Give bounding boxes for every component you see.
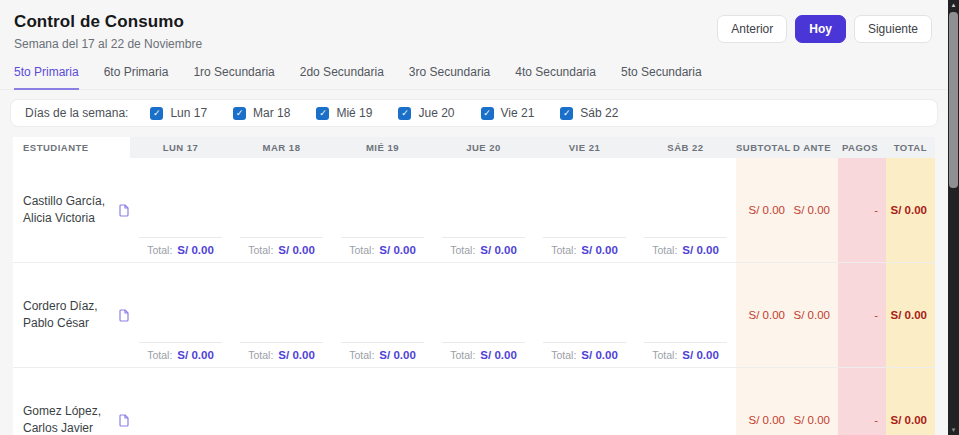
column-header-mar-18: MAR 18	[231, 142, 332, 153]
day-cell: Total:S/ 0.00	[231, 263, 332, 367]
day-total: Total:S/ 0.00	[543, 237, 626, 262]
day-total: Total:S/ 0.00	[240, 237, 323, 262]
total-value: S/ 0.00	[278, 244, 314, 256]
grade-tabs: 5to Primaria 6to Primaria 1ro Secundaria…	[0, 51, 948, 90]
day-checkbox-lun-17[interactable]: ✓ Lun 17	[150, 106, 207, 120]
total-value: S/ 0.00	[682, 349, 718, 361]
total-value: S/ 0.00	[379, 244, 415, 256]
table-row: Gomez López, Carlos Javier Total:S/ 0.00…	[13, 368, 935, 435]
total-label: Total:	[450, 349, 475, 361]
student-cell: Gomez López, Carlos Javier	[13, 368, 130, 435]
scrollbar-up-arrow-icon[interactable]: ▲	[948, 0, 959, 10]
total-label: Total:	[147, 349, 172, 361]
day-total: Total:S/ 0.00	[139, 342, 222, 367]
checkbox-checked-icon[interactable]: ✓	[233, 107, 246, 120]
checkbox-checked-icon[interactable]: ✓	[316, 107, 329, 120]
day-cell: Total:S/ 0.00	[231, 158, 332, 262]
total-label: Total:	[248, 244, 273, 256]
tab-3ro-secundaria[interactable]: 3ro Secundaria	[409, 65, 490, 90]
column-header-sab-22: SÁB 22	[635, 142, 736, 153]
document-icon[interactable]	[118, 309, 130, 322]
day-label: Sáb 22	[580, 106, 618, 120]
column-header-mie-19: MIÉ 19	[332, 142, 433, 153]
day-total: Total:S/ 0.00	[139, 237, 222, 262]
total-label: Total:	[652, 349, 677, 361]
checkbox-checked-icon[interactable]: ✓	[398, 107, 411, 120]
day-filter-label: Días de la semana:	[25, 106, 128, 120]
column-header-d-ante: D ANTE	[793, 142, 838, 153]
column-header-jue-20: JUE 20	[433, 142, 534, 153]
total-value: S/ 0.00	[177, 349, 213, 361]
column-header-pagos: PAGOS	[838, 142, 886, 153]
total-label: Total:	[551, 349, 576, 361]
tab-4to-secundaria[interactable]: 4to Secundaria	[515, 65, 596, 90]
column-header-subtotal: SUBTOTAL	[736, 142, 793, 153]
day-label: Vie 21	[501, 106, 535, 120]
day-cell: Total:S/ 0.00	[433, 263, 534, 367]
page-title: Control de Consumo	[14, 12, 202, 32]
pagos-cell: -	[838, 158, 886, 262]
day-label: Mié 19	[336, 106, 372, 120]
day-checkbox-mie-19[interactable]: ✓ Mié 19	[316, 106, 372, 120]
column-header-vie-21: VIE 21	[534, 142, 635, 153]
consumption-table: ESTUDIANTE LUN 17 MAR 18 MIÉ 19 JUE 20 V…	[13, 137, 935, 435]
day-checkbox-sab-22[interactable]: ✓ Sáb 22	[560, 106, 618, 120]
student-cell: Cordero Díaz, Pablo César	[13, 263, 130, 367]
day-cell: Total:S/ 0.00	[130, 368, 231, 435]
day-cell: Total:S/ 0.00	[332, 368, 433, 435]
total-value: S/ 0.00	[480, 349, 516, 361]
week-subtitle: Semana del 17 al 22 de Noviembre	[14, 37, 202, 51]
total-value: S/ 0.00	[682, 244, 718, 256]
day-cell: Total:S/ 0.00	[433, 368, 534, 435]
day-checkbox-jue-20[interactable]: ✓ Jue 20	[398, 106, 454, 120]
document-icon[interactable]	[118, 204, 130, 217]
tab-5to-secundaria[interactable]: 5to Secundaria	[621, 65, 702, 90]
day-label: Jue 20	[418, 106, 454, 120]
day-filter-bar: Días de la semana: ✓ Lun 17 ✓ Mar 18 ✓ M…	[10, 99, 938, 127]
pagos-cell: -	[838, 368, 886, 435]
day-cell: Total:S/ 0.00	[635, 263, 736, 367]
tab-6to-primaria[interactable]: 6to Primaria	[104, 65, 169, 90]
previous-week-button[interactable]: Anterior	[717, 15, 787, 43]
d-ante-cell: S/ 0.00	[793, 368, 838, 435]
scrollbar[interactable]: ▲ ▼	[948, 0, 959, 435]
day-cell: Total:S/ 0.00	[534, 158, 635, 262]
day-label: Lun 17	[170, 106, 207, 120]
tab-2do-secundaria[interactable]: 2do Secundaria	[300, 65, 384, 90]
total-value: S/ 0.00	[177, 244, 213, 256]
checkbox-checked-icon[interactable]: ✓	[481, 107, 494, 120]
total-cell: S/ 0.00	[886, 368, 935, 435]
d-ante-cell: S/ 0.00	[793, 263, 838, 367]
day-cell: Total:S/ 0.00	[635, 368, 736, 435]
day-cell: Total:S/ 0.00	[433, 158, 534, 262]
total-value: S/ 0.00	[480, 244, 516, 256]
total-value: S/ 0.00	[581, 244, 617, 256]
table-row: Cordero Díaz, Pablo César Total:S/ 0.00 …	[13, 263, 935, 368]
day-checkbox-mar-18[interactable]: ✓ Mar 18	[233, 106, 290, 120]
total-value: S/ 0.00	[278, 349, 314, 361]
day-total: Total:S/ 0.00	[442, 237, 525, 262]
today-button[interactable]: Hoy	[795, 15, 846, 43]
total-label: Total:	[349, 244, 374, 256]
main-content: Control de Consumo Semana del 17 al 22 d…	[0, 0, 948, 435]
topbar: Control de Consumo Semana del 17 al 22 d…	[0, 0, 948, 51]
pagos-cell: -	[838, 263, 886, 367]
subtotal-cell: S/ 0.00	[736, 158, 793, 262]
column-header-estudiante: ESTUDIANTE	[13, 137, 130, 158]
scrollbar-down-arrow-icon[interactable]: ▼	[948, 425, 959, 435]
student-name: Castillo García, Alicia Victoria	[23, 193, 108, 228]
checkbox-checked-icon[interactable]: ✓	[560, 107, 573, 120]
table-row: Castillo García, Alicia Victoria Total:S…	[13, 158, 935, 263]
day-checkbox-vie-21[interactable]: ✓ Vie 21	[481, 106, 535, 120]
day-cell: Total:S/ 0.00	[130, 158, 231, 262]
total-label: Total:	[349, 349, 374, 361]
next-week-button[interactable]: Siguiente	[854, 15, 932, 43]
document-icon[interactable]	[118, 414, 130, 427]
checkbox-checked-icon[interactable]: ✓	[150, 107, 163, 120]
total-value: S/ 0.00	[581, 349, 617, 361]
day-cell: Total:S/ 0.00	[130, 263, 231, 367]
tab-1ro-secundaria[interactable]: 1ro Secundaria	[193, 65, 274, 90]
scrollbar-thumb[interactable]	[949, 12, 958, 188]
day-cell: Total:S/ 0.00	[534, 263, 635, 367]
tab-5to-primaria[interactable]: 5to Primaria	[14, 65, 79, 90]
